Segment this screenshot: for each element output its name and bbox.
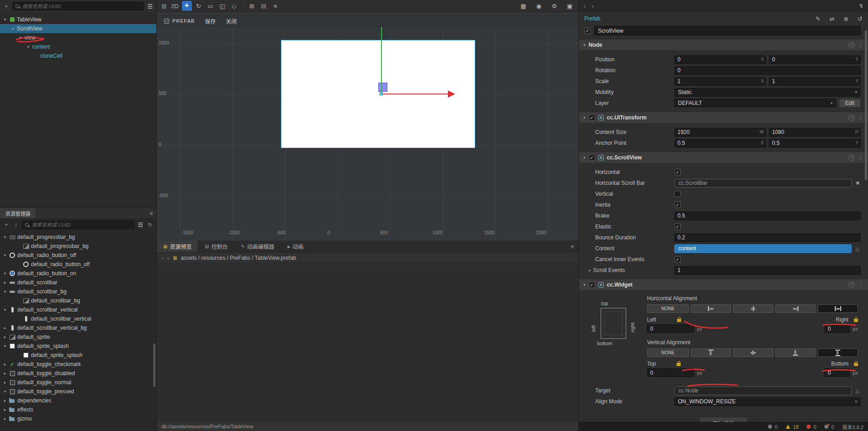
transform-tool-icon[interactable]	[206, 1, 216, 11]
bottom-panel-tab[interactable]: 动画	[281, 241, 310, 252]
inspector-scrollbar[interactable]	[865, 30, 867, 180]
top-lock-icon[interactable]	[677, 363, 681, 366]
edit-layer-button[interactable]: Edit	[839, 99, 861, 108]
tabs-menu-icon[interactable]: ≡	[566, 241, 578, 252]
gizmo-origin-handle[interactable]	[380, 92, 383, 95]
bottom-value-input[interactable]	[824, 368, 850, 377]
value-input-y[interactable]	[769, 128, 861, 137]
value-input[interactable]	[674, 212, 861, 220]
collapse-arrow-icon[interactable]: ▾	[583, 282, 586, 287]
hierarchy-search-input[interactable]	[21, 3, 141, 10]
expand-arrow-icon[interactable]	[3, 398, 7, 403]
asset-row[interactable]: default_sprite_splash	[0, 351, 156, 360]
asset-row[interactable]: default_toggle_normal	[0, 378, 156, 387]
expand-arrow-icon[interactable]	[10, 26, 15, 31]
hierarchy-search[interactable]	[12, 2, 144, 10]
value-input[interactable]	[674, 266, 861, 275]
asset-row[interactable]: default_scrollbar_vertical	[0, 305, 156, 314]
asset-row[interactable]: default_scrollbar	[0, 278, 156, 287]
v-align-option-button[interactable]	[775, 348, 816, 357]
value-input[interactable]	[674, 233, 861, 242]
hierarchy-filter-icon[interactable]	[146, 3, 154, 10]
v-align-option-button[interactable]	[691, 348, 731, 357]
asset-row[interactable]: default_sprite	[0, 332, 156, 342]
create-node-icon[interactable]: +	[3, 3, 10, 10]
asset-row[interactable]: gizmo	[0, 414, 156, 423]
value-input-x[interactable]	[674, 139, 766, 148]
prefab-save-button[interactable]: 保存	[205, 17, 216, 25]
gizmo-x-axis[interactable]	[381, 94, 448, 94]
hierarchy-node-row[interactable]: TableView	[0, 15, 156, 24]
expand-arrow-icon[interactable]: ▸	[589, 268, 591, 272]
expand-arrow-icon[interactable]	[3, 326, 7, 330]
h-align-none-button[interactable]: NONE	[647, 304, 689, 313]
mode-2d-button[interactable]: 2D	[170, 1, 180, 11]
prefab-action-icon[interactable]	[829, 15, 834, 22]
transform-tool-icon[interactable]	[229, 1, 239, 11]
sort-assets-icon[interactable]: ↕	[12, 221, 20, 228]
section-menu-icon[interactable]: ⋮	[858, 154, 863, 161]
assets-menu-icon[interactable]: ≡	[150, 210, 156, 217]
top-value-input[interactable]	[647, 368, 694, 377]
expand-arrow-icon[interactable]	[3, 335, 7, 339]
object-reference-field[interactable]: content	[674, 244, 852, 253]
object-reference-field[interactable]: cc.ScrollBar	[674, 179, 852, 188]
transform-tool-icon[interactable]	[182, 1, 192, 11]
expand-arrow-icon[interactable]	[3, 416, 7, 421]
property-checkbox[interactable]	[674, 256, 681, 263]
expand-arrow-icon[interactable]	[3, 407, 7, 412]
asset-row[interactable]: default_scrollbar_vertical	[0, 314, 156, 323]
gizmo-x-axis-arrowhead[interactable]	[448, 90, 455, 98]
v-align-option-button[interactable]	[818, 348, 858, 357]
object-picker-icon[interactable]	[854, 180, 861, 186]
asset-row[interactable]: default_toggle_pressed	[0, 387, 156, 396]
warning-count-icon[interactable]	[786, 425, 790, 429]
help-icon[interactable]: ?	[848, 114, 855, 121]
hierarchy-node-row[interactable]: cloneCell	[0, 51, 156, 60]
asset-row[interactable]: default_scrollbar_vertical_bg	[0, 323, 156, 332]
value-input-y[interactable]	[769, 55, 861, 64]
section-menu-icon[interactable]: ⋮	[858, 282, 863, 288]
notification-icon[interactable]	[824, 425, 828, 429]
bottom-panel-tab[interactable]: 动画编辑器	[235, 241, 281, 252]
collapse-arrow-icon[interactable]: ▾	[583, 155, 586, 160]
assets-scrollbar[interactable]	[153, 343, 156, 387]
section-menu-icon[interactable]: ⋮	[858, 114, 863, 121]
value-input-x[interactable]	[674, 77, 766, 86]
prefab-action-icon[interactable]	[858, 15, 863, 22]
asset-row[interactable]: default_toggle_disabled	[0, 369, 156, 378]
scene-view-option-icon[interactable]	[518, 1, 528, 11]
breadcrumb-back-icon[interactable]: ‹	[161, 254, 164, 262]
assets-refresh-icon[interactable]: ↻	[146, 221, 154, 228]
breadcrumb-forward-icon[interactable]: ›	[167, 254, 170, 262]
help-icon[interactable]: ?	[848, 42, 855, 48]
target-object-field[interactable]: cc.Node	[674, 386, 852, 395]
asset-row[interactable]: default_toggle_checkmark	[0, 360, 156, 369]
left-value-input[interactable]	[647, 324, 694, 333]
asset-row[interactable]: default_sprite_splash	[0, 342, 156, 351]
expand-arrow-icon[interactable]	[3, 371, 7, 376]
create-asset-icon[interactable]: +	[3, 221, 10, 228]
scene-view-option-icon[interactable]	[565, 1, 575, 11]
value-input-x[interactable]	[674, 55, 766, 64]
error-count-icon[interactable]	[807, 425, 811, 429]
property-checkbox[interactable]	[674, 202, 681, 208]
add-component-button[interactable]: 添加组件	[699, 417, 748, 422]
value-input[interactable]	[674, 66, 861, 75]
align-mode-dropdown[interactable]: ON_WINDOW_RESIZE ▾	[674, 397, 861, 406]
assets-panel-tab[interactable]: 资源管理器	[0, 208, 36, 218]
section-header[interactable]: ▾ cc.Widget ? ⋮	[579, 279, 868, 291]
value-input-y[interactable]	[769, 77, 861, 86]
object-picker-icon[interactable]	[854, 246, 861, 252]
property-checkbox[interactable]	[674, 191, 681, 197]
value-input-x[interactable]	[674, 128, 766, 137]
expand-arrow-icon[interactable]	[3, 344, 7, 348]
expand-arrow-icon[interactable]	[26, 45, 30, 49]
hierarchy-node-row[interactable]: view	[0, 33, 156, 42]
asset-row[interactable]: default_progressbar_bg	[0, 233, 156, 242]
bottom-lock-icon[interactable]	[854, 363, 858, 366]
hierarchy-node-row[interactable]: content	[0, 42, 156, 51]
h-align-option-button[interactable]	[818, 304, 858, 313]
property-checkbox[interactable]	[674, 169, 681, 175]
prefab-action-icon[interactable]	[815, 15, 820, 22]
